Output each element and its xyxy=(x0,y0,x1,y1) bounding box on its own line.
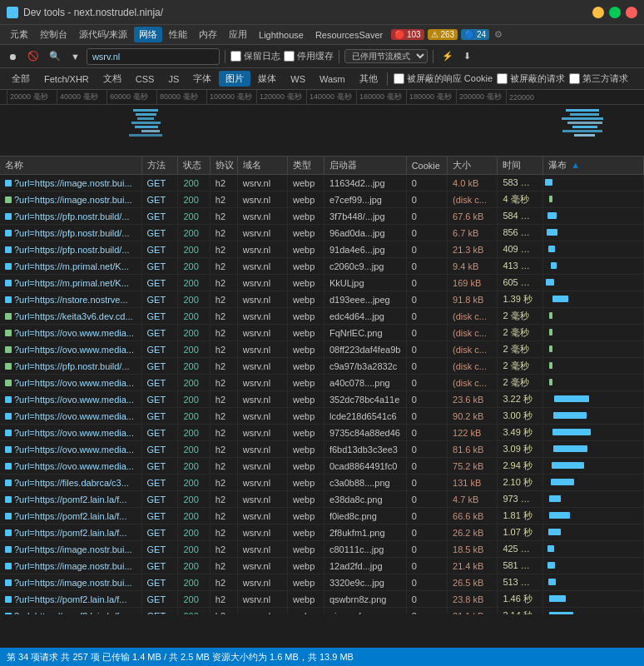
blocked-cookie-checkbox[interactable]: 被屏蔽的响应 Cookie xyxy=(394,72,493,85)
minimize-button[interactable] xyxy=(592,7,604,18)
header-status[interactable]: 状态 xyxy=(178,157,210,175)
menu-sources[interactable]: 源代码/来源 xyxy=(74,27,132,42)
clear-button[interactable]: 🚫 xyxy=(24,49,42,63)
third-party-checkbox[interactable]: 第三方请求 xyxy=(569,72,628,85)
filter-tab-css[interactable]: CSS xyxy=(129,72,161,86)
table-row[interactable]: ?url=https://ovo.www.media...GET200h2wsr… xyxy=(0,325,644,341)
table-row[interactable]: ?url=https://m.primal.net/K...GET200h2ws… xyxy=(0,275,644,291)
svg-rect-4 xyxy=(135,126,158,128)
table-row[interactable]: ?url=https://pomf2.lain.la/f...GET200h2w… xyxy=(0,608,644,615)
blocked-req-checkbox[interactable]: 被屏蔽的请求 xyxy=(497,72,565,85)
menu-lighthouse[interactable]: Lighthouse xyxy=(254,28,309,42)
svg-rect-10 xyxy=(567,122,602,124)
table-row[interactable]: ?url=https://m.primal.net/K...GET200h2ws… xyxy=(0,258,644,275)
menu-application[interactable]: 应用 xyxy=(224,27,252,42)
import-button[interactable]: ⚡ xyxy=(438,49,457,63)
table-row[interactable]: ?url=https://ovo.www.media...GET200h2wsr… xyxy=(0,341,644,358)
tick-8: 160000 毫秒 xyxy=(356,90,406,104)
table-row[interactable]: ?url=https://ovo.www.media...GET200h2wsr… xyxy=(0,391,644,408)
header-initiator[interactable]: 启动器 xyxy=(324,157,406,175)
filter-input[interactable] xyxy=(87,48,220,65)
menu-bar: 元素 控制台 源代码/来源 网络 性能 内存 应用 Lighthouse Res… xyxy=(0,25,644,45)
tick-5: 100000 毫秒 xyxy=(206,90,256,104)
tick-6: 120000 毫秒 xyxy=(256,90,306,104)
svg-rect-12 xyxy=(562,130,602,132)
table-row[interactable]: ?url=https://ovo.www.media...GET200h2wsr… xyxy=(0,425,644,441)
tick-10: 200000 毫秒 xyxy=(456,90,506,104)
header-time[interactable]: 时间 xyxy=(498,157,543,175)
header-size[interactable]: 大小 xyxy=(448,157,498,175)
separator-1 xyxy=(225,50,225,63)
settings-icon[interactable]: ⚙ xyxy=(494,29,503,40)
table-body: ?url=https://image.nostr.bui...GET200h2w… xyxy=(0,175,644,615)
filter-tab-wasm[interactable]: Wasm xyxy=(313,72,352,86)
network-table-container[interactable]: 名称 方法 状态 协议 域名 类型 启动器 Cookie 大小 时间 瀑布 ▲ … xyxy=(0,157,644,614)
table-row[interactable]: ?url=https://nstore.nostrve...GET200h2ws… xyxy=(0,291,644,308)
table-row[interactable]: ?url=https://ovo.www.media...GET200h2wsr… xyxy=(0,375,644,391)
filter-tab-doc[interactable]: 文档 xyxy=(97,71,128,87)
table-row[interactable]: ?url=https://pfp.nostr.build/...GET200h2… xyxy=(0,241,644,258)
table-row[interactable]: ?url=https://image.nostr.bui...GET200h2w… xyxy=(0,541,644,558)
table-row[interactable]: ?url=https://image.nostr.bui...GET200h2w… xyxy=(0,191,644,208)
menu-network[interactable]: 网络 xyxy=(134,27,162,42)
menu-elements[interactable]: 元素 xyxy=(5,27,33,42)
tick-1: 20000 毫秒 xyxy=(7,90,57,104)
filter-dropdown-button[interactable]: ▼ xyxy=(67,50,83,63)
info-badge: 🔵 24 xyxy=(461,29,489,40)
table-row[interactable]: ?url=https://image.nostr.bui...GET200h2w… xyxy=(0,574,644,591)
header-domain[interactable]: 域名 xyxy=(237,157,287,175)
table-row[interactable]: ?url=https://pomf2.lain.la/f...GET200h2w… xyxy=(0,524,644,541)
network-table: 名称 方法 状态 协议 域名 类型 启动器 Cookie 大小 时间 瀑布 ▲ … xyxy=(0,157,644,614)
table-header-row: 名称 方法 状态 协议 域名 类型 启动器 Cookie 大小 时间 瀑布 ▲ xyxy=(0,157,644,175)
disable-cache-checkbox[interactable]: 停用缓存 xyxy=(284,50,334,62)
table-row[interactable]: ?url=https://ovo.www.media...GET200h2wsr… xyxy=(0,408,644,425)
timeline-bars xyxy=(0,105,644,155)
maximize-button[interactable] xyxy=(609,7,621,18)
tick-3: 60000 毫秒 xyxy=(107,90,156,104)
filter-tab-fetchxhr[interactable]: Fetch/XHR xyxy=(37,72,96,86)
filter-tab-media[interactable]: 媒体 xyxy=(251,71,283,87)
table-row[interactable]: ?url=https://pomf2.lain.la/f...GET200h2w… xyxy=(0,591,644,608)
header-waterfall[interactable]: 瀑布 ▲ xyxy=(543,157,644,175)
filter-tab-all[interactable]: 全部 xyxy=(5,71,37,87)
header-name[interactable]: 名称 xyxy=(0,157,141,175)
header-cookie[interactable]: Cookie xyxy=(406,157,447,175)
separator-2 xyxy=(339,50,339,63)
status-bar: 第 34 项请求 共 257 项 已传输 1.4 MB / 共 2.5 MB 资… xyxy=(0,648,644,666)
close-button[interactable] xyxy=(626,7,637,18)
header-type[interactable]: 类型 xyxy=(288,157,324,175)
table-row[interactable]: ?url=https://keita3v6.dev.cd...GET200h2w… xyxy=(0,308,644,325)
svg-rect-0 xyxy=(133,109,158,112)
table-row[interactable]: ?url=https://pomf2.lain.la/f...GET200h2w… xyxy=(0,508,644,524)
menu-memory[interactable]: 内存 xyxy=(194,27,222,42)
export-button[interactable]: ⬇ xyxy=(460,49,474,63)
tick-2: 40000 毫秒 xyxy=(57,90,107,104)
table-row[interactable]: ?url=https://pfp.nostr.build/...GET200h2… xyxy=(0,225,644,241)
table-row[interactable]: ?url=https://files.dabrca/c3...GET200h2w… xyxy=(0,475,644,491)
filter-tab-js[interactable]: JS xyxy=(161,72,186,86)
table-row[interactable]: ?url=https://pfp.nostr.build/...GET200h2… xyxy=(0,358,644,375)
menu-console[interactable]: 控制台 xyxy=(35,27,72,42)
svg-rect-1 xyxy=(136,113,156,116)
table-row[interactable]: ?url=https://ovo.www.media...GET200h2wsr… xyxy=(0,458,644,475)
filter-tab-other[interactable]: 其他 xyxy=(353,71,384,87)
preserve-log-checkbox[interactable]: 保留日志 xyxy=(230,50,280,62)
table-row[interactable]: ?url=https://pfp.nostr.build/...GET200h2… xyxy=(0,208,644,225)
record-button[interactable]: ⏺ xyxy=(5,50,21,63)
header-protocol[interactable]: 协议 xyxy=(210,157,237,175)
filter-tab-font[interactable]: 字体 xyxy=(186,71,218,87)
separator-3 xyxy=(433,50,433,63)
window-controls xyxy=(592,7,637,18)
table-row[interactable]: ?url=https://image.nostr.bui...GET200h2w… xyxy=(0,558,644,574)
table-row[interactable]: ?url=https://image.nostr.bui...GET200h2w… xyxy=(0,175,644,191)
menu-resourcessaver[interactable]: ResourcesSaver xyxy=(310,28,388,42)
menu-performance[interactable]: 性能 xyxy=(164,27,192,42)
filter-tab-ws[interactable]: WS xyxy=(284,72,312,86)
throttle-select[interactable]: 已停用节流模式 xyxy=(344,49,428,63)
filter-button[interactable]: 🔍 xyxy=(46,49,64,63)
tick-7: 140000 毫秒 xyxy=(306,90,356,104)
table-row[interactable]: ?url=https://ovo.www.media...GET200h2wsr… xyxy=(0,441,644,458)
table-row[interactable]: ?url=https://pomf2.lain.la/f...GET200h2w… xyxy=(0,491,644,508)
header-method[interactable]: 方法 xyxy=(141,157,178,175)
filter-tab-img[interactable]: 图片 xyxy=(219,71,250,87)
